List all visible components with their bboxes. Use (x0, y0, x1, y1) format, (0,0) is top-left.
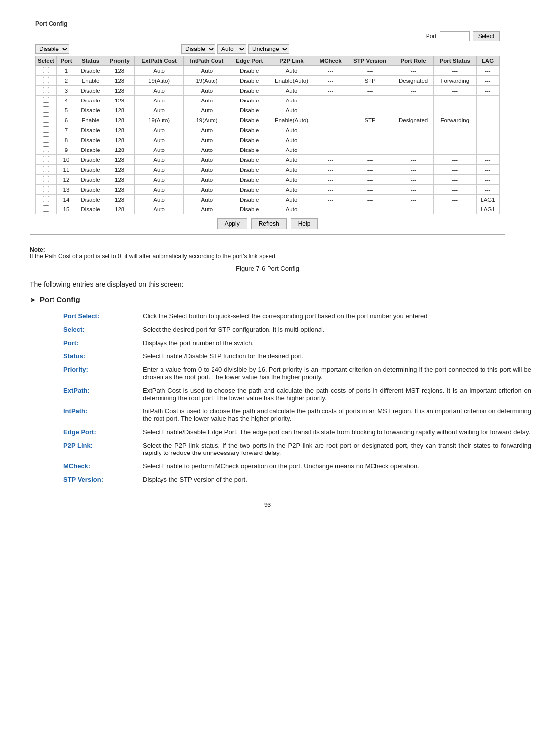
row-p2p: Auto (268, 155, 315, 165)
p2p-filter[interactable]: Auto True False (217, 44, 246, 54)
row-intpath: Auto (183, 204, 230, 214)
desc-text: Select Enable to perform MCheck operatio… (139, 459, 535, 473)
row-status: Disable (76, 96, 105, 105)
row-portstatus: Forwarding (433, 76, 476, 86)
row-checkbox[interactable] (43, 116, 49, 123)
row-checkbox[interactable] (43, 97, 49, 103)
port-config-table: Select Port Status Priority ExtPath Cost… (35, 56, 500, 214)
row-port: 3 (56, 86, 76, 96)
row-mcheck: --- (315, 204, 347, 214)
row-portstatus: Forwarding (433, 115, 476, 125)
row-mcheck: --- (315, 175, 347, 185)
row-edgeport: Disable (230, 135, 268, 145)
description-table: Port Select: Click the Select button to … (59, 309, 535, 486)
desc-text: Select the P2P link status. If the two p… (139, 439, 535, 459)
row-port: 15 (56, 204, 76, 214)
row-p2p: Auto (268, 86, 315, 96)
desc-term: Port Select: (59, 309, 139, 323)
row-intpath: Auto (183, 145, 230, 155)
row-status: Disable (76, 66, 105, 76)
row-priority: 128 (105, 76, 135, 86)
row-mcheck: --- (315, 115, 347, 125)
row-status: Enable (76, 115, 105, 125)
col-status: Status (76, 56, 105, 66)
row-edgeport: Disable (230, 165, 268, 175)
row-status: Disable (76, 86, 105, 96)
row-role: --- (393, 66, 433, 76)
table-row: 3 Disable 128 Auto Auto Disable Auto ---… (36, 86, 500, 96)
port-input[interactable] (440, 31, 470, 41)
row-lag: --- (476, 125, 499, 135)
row-mcheck: --- (315, 105, 347, 115)
desc-term: MCheck: (59, 459, 139, 473)
row-priority: 128 (105, 105, 135, 115)
desc-term: Status: (59, 350, 139, 363)
row-intpath: Auto (183, 165, 230, 175)
col-port: Port (56, 56, 76, 66)
row-mcheck: --- (315, 66, 347, 76)
row-checkbox[interactable] (43, 196, 49, 202)
row-p2p: Auto (268, 125, 315, 135)
row-p2p: Auto (268, 195, 315, 204)
row-status: Disable (76, 175, 105, 185)
row-edgeport: Disable (230, 125, 268, 135)
row-checkbox[interactable] (43, 146, 49, 152)
row-checkbox[interactable] (43, 136, 49, 143)
select-button[interactable]: Select (473, 31, 500, 41)
row-stpver: --- (347, 165, 393, 175)
row-checkbox[interactable] (43, 156, 49, 162)
row-checkbox[interactable] (43, 77, 49, 83)
edge-port-filter[interactable]: Disable Enable (181, 44, 215, 54)
row-checkbox[interactable] (43, 176, 49, 182)
refresh-button[interactable]: Refresh (251, 218, 287, 229)
row-extpath: Auto (135, 66, 184, 76)
row-checkbox-cell (36, 76, 57, 86)
table-row: 9 Disable 128 Auto Auto Disable Auto ---… (36, 145, 500, 155)
row-checkbox-cell (36, 115, 57, 125)
row-role: --- (393, 195, 433, 204)
table-row: 5 Disable 128 Auto Auto Disable Auto ---… (36, 105, 500, 115)
note-text: If the Path Cost of a port is set to 0, … (30, 253, 277, 260)
desc-row: IntPath: IntPath Cost is used to choose … (59, 404, 535, 425)
filter-row: Disable Enable Disable Enable Auto True … (35, 44, 500, 54)
row-checkbox[interactable] (43, 186, 49, 192)
row-mcheck: --- (315, 155, 347, 165)
row-edgeport: Disable (230, 96, 268, 105)
row-lag: LAG1 (476, 195, 499, 204)
page-number: 93 (30, 501, 505, 508)
row-lag: --- (476, 115, 499, 125)
table-row: 8 Disable 128 Auto Auto Disable Auto ---… (36, 135, 500, 145)
col-extpath: ExtPath Cost (135, 56, 184, 66)
row-checkbox[interactable] (43, 166, 49, 172)
mcheck-filter[interactable]: Unchange Enable (248, 44, 289, 54)
row-extpath: Auto (135, 125, 184, 135)
row-lag: --- (476, 76, 499, 86)
col-intpath: IntPath Cost (183, 56, 230, 66)
row-role: Designated (393, 115, 433, 125)
row-checkbox[interactable] (43, 126, 49, 133)
status-filter[interactable]: Disable Enable (35, 44, 69, 54)
row-extpath: Auto (135, 96, 184, 105)
row-checkbox[interactable] (43, 87, 49, 93)
desc-row: ExtPath: ExtPath Cost is used to choose … (59, 384, 535, 404)
row-checkbox-cell (36, 86, 57, 96)
row-mcheck: --- (315, 185, 347, 195)
row-edgeport: Disable (230, 115, 268, 125)
row-mcheck: --- (315, 195, 347, 204)
row-stpver: STP (347, 115, 393, 125)
row-checkbox[interactable] (43, 205, 49, 212)
note-section: Note: If the Path Cost of a port is set … (30, 243, 505, 260)
table-row: 12 Disable 128 Auto Auto Disable Auto --… (36, 175, 500, 185)
apply-button[interactable]: Apply (217, 218, 247, 229)
help-button[interactable]: Help (291, 218, 318, 229)
row-p2p: Auto (268, 135, 315, 145)
row-lag: --- (476, 165, 499, 175)
row-checkbox[interactable] (43, 106, 49, 113)
row-checkbox[interactable] (43, 67, 49, 73)
row-edgeport: Disable (230, 76, 268, 86)
row-extpath: Auto (135, 155, 184, 165)
row-edgeport: Disable (230, 195, 268, 204)
row-stpver: --- (347, 145, 393, 155)
row-portstatus: --- (433, 175, 476, 185)
row-priority: 128 (105, 204, 135, 214)
